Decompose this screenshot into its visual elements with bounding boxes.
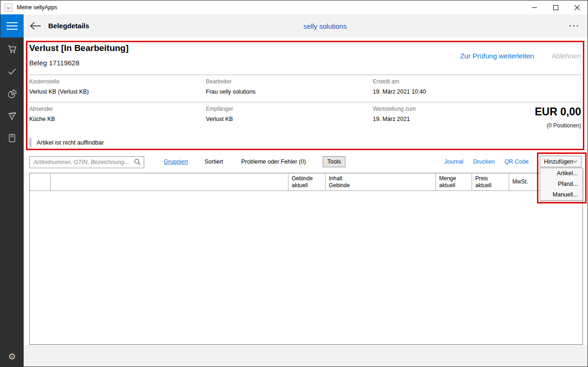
field-value: 19. März 2021 bbox=[373, 116, 526, 122]
add-button-label: Hinzufügen bbox=[544, 158, 573, 165]
main-content: Verlust [In Bearbeitung] Beleg 17119628 … bbox=[24, 38, 588, 367]
table-header-row: Gebinde aktuell Inhalt Gebinde Menge akt… bbox=[30, 173, 582, 191]
minimize-icon bbox=[532, 5, 537, 10]
field-label: Absender bbox=[29, 106, 182, 112]
forward-review-button[interactable]: Zur Prüfung weiterleiten bbox=[460, 52, 534, 60]
sidebar-item-cart[interactable] bbox=[6, 44, 18, 55]
add-menu: Artikel... Pfand... Manuell... bbox=[540, 168, 583, 201]
close-icon bbox=[575, 5, 580, 10]
document-title: Verlust [In Bearbeitung] bbox=[29, 43, 128, 53]
ellipsis-icon: ··· bbox=[569, 21, 580, 31]
field-wertstellung: Wertstellung zum 19. März 2021 bbox=[373, 106, 526, 122]
divider bbox=[29, 75, 581, 75]
app-logo-icon: w bbox=[5, 4, 13, 12]
field-bearbeiter: Bearbeiter Frau selly solutions bbox=[206, 78, 359, 95]
shopping-cart-icon bbox=[6, 44, 18, 55]
field-label: Empfänger bbox=[206, 106, 359, 112]
sidebar-item-tasks[interactable] bbox=[6, 66, 18, 77]
reject-button[interactable]: Ablehnen bbox=[552, 52, 581, 60]
back-arrow-icon bbox=[30, 22, 41, 30]
menu-item-manuell[interactable]: Manuell... bbox=[540, 190, 582, 200]
document-card: Verlust [In Bearbeitung] Beleg 17119628 … bbox=[24, 38, 588, 151]
column-header-select bbox=[30, 173, 51, 190]
sidebar-item-catalog[interactable] bbox=[6, 133, 18, 144]
field-label: Bearbeiter bbox=[206, 78, 359, 85]
menu-item-pfand[interactable]: Pfand... bbox=[540, 179, 582, 190]
table-body bbox=[30, 191, 582, 345]
book-icon bbox=[6, 133, 18, 144]
problems-toggle[interactable]: Probleme oder Fehler (0) bbox=[241, 158, 306, 165]
column-header-inhalt-gebinde: Inhalt Gebinde bbox=[326, 173, 436, 190]
app-title: Meine sellyApps bbox=[17, 4, 57, 11]
sidebar-item-statistics[interactable] bbox=[6, 88, 18, 99]
sidebar-item-food[interactable] bbox=[6, 110, 18, 121]
checkmark-icon bbox=[6, 66, 18, 77]
add-button[interactable]: Hinzufügen bbox=[540, 156, 582, 167]
search-input[interactable] bbox=[29, 156, 144, 168]
document-number: Beleg 17119628 bbox=[29, 59, 79, 67]
document-actions: Zur Prüfung weiterleiten Ablehnen bbox=[460, 52, 581, 60]
warning-text: Artikel ist nicht auffindbar bbox=[37, 139, 104, 146]
total-positions: (0 Positionen) bbox=[547, 122, 581, 129]
close-button[interactable] bbox=[566, 0, 588, 14]
settings-button[interactable]: ⚙ bbox=[0, 350, 24, 363]
toolbar: Gruppiert Sortiert Probleme oder Fehler … bbox=[24, 154, 588, 170]
maximize-button[interactable] bbox=[545, 0, 566, 14]
gear-icon: ⚙ bbox=[8, 351, 16, 361]
search-field bbox=[29, 156, 144, 168]
toolbar-links: Journal Drucken QR Code bbox=[444, 158, 529, 165]
warning-row: Artikel ist nicht auffindbar bbox=[29, 137, 104, 147]
chevron-down-icon bbox=[573, 160, 577, 163]
field-absender: Absender Küche KB bbox=[29, 106, 182, 122]
divider bbox=[29, 102, 581, 102]
print-link[interactable]: Drucken bbox=[473, 158, 495, 165]
window-controls bbox=[524, 0, 588, 14]
pizza-slice-icon bbox=[6, 110, 18, 121]
search-icon bbox=[134, 158, 141, 165]
field-value: Küche KB bbox=[29, 116, 182, 122]
sidebar: ⚙ bbox=[0, 38, 24, 367]
field-label: Kostenstelle bbox=[29, 78, 182, 85]
more-button[interactable]: ··· bbox=[567, 19, 582, 32]
tools-button[interactable]: Tools bbox=[323, 156, 345, 167]
column-header-preis-aktuell: Preis aktuell bbox=[472, 173, 509, 190]
app-header: Belegdetails selly solutions ··· bbox=[0, 14, 588, 38]
field-value: Frau selly solutions bbox=[206, 89, 359, 95]
footer-strip bbox=[24, 345, 588, 367]
column-header-gebinde-aktuell: Gebinde aktuell bbox=[288, 173, 326, 190]
field-empfaenger: Empfänger Verlust KB bbox=[206, 106, 359, 122]
app-window: w Meine sellyApps Belegdetails selly sol… bbox=[0, 0, 588, 367]
hamburger-button[interactable] bbox=[0, 14, 24, 38]
center-title: selly solutions bbox=[303, 22, 346, 30]
back-button[interactable] bbox=[28, 19, 42, 32]
warning-bar bbox=[29, 138, 32, 147]
maximize-icon bbox=[553, 5, 558, 10]
field-erstellt-am: Erstellt am 19. März 2021 10:40 bbox=[373, 78, 526, 95]
hamburger-icon bbox=[6, 22, 18, 23]
qrcode-link[interactable]: QR Code bbox=[505, 158, 529, 165]
total-amount: EUR 0,00 bbox=[535, 106, 581, 118]
field-value: Verlust KB (Verlust KB) bbox=[29, 89, 182, 95]
items-table: Gebinde aktuell Inhalt Gebinde Menge akt… bbox=[29, 173, 583, 345]
field-value: 19. März 2021 10:40 bbox=[373, 89, 526, 95]
sorted-toggle[interactable]: Sortiert bbox=[205, 158, 223, 165]
pie-chart-icon bbox=[6, 88, 18, 99]
field-label: Wertstellung zum bbox=[373, 106, 526, 112]
titlebar: w Meine sellyApps bbox=[0, 0, 588, 14]
grouped-toggle[interactable]: Gruppiert bbox=[164, 158, 188, 165]
page-title: Belegdetails bbox=[48, 22, 89, 30]
minimize-button[interactable] bbox=[524, 0, 545, 14]
field-label: Erstellt am bbox=[373, 78, 526, 85]
field-value: Verlust KB bbox=[206, 116, 359, 122]
field-kostenstelle: Kostenstelle Verlust KB (Verlust KB) bbox=[29, 78, 182, 95]
menu-item-artikel[interactable]: Artikel... bbox=[540, 168, 582, 179]
column-header-menge-aktuell: Menge aktuell bbox=[436, 173, 472, 190]
column-header-article bbox=[51, 173, 288, 190]
journal-link[interactable]: Journal bbox=[444, 158, 463, 165]
